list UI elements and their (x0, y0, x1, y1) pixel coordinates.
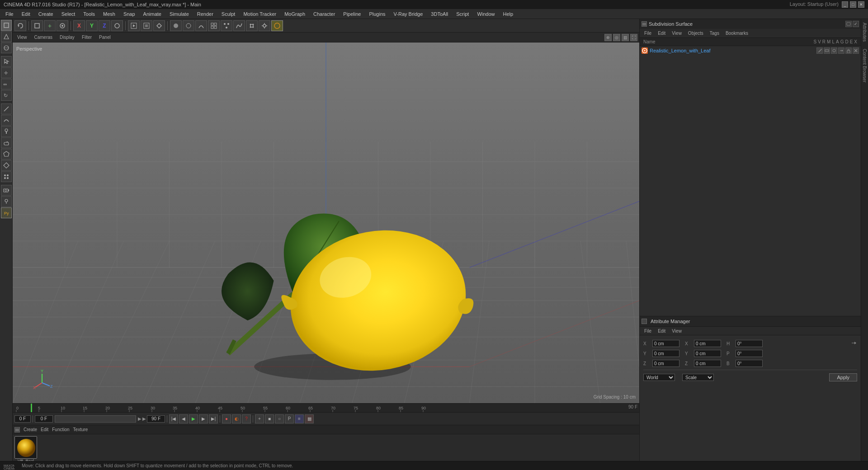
am-scale-dropdown[interactable]: Scale (682, 374, 714, 381)
paint-tool-button[interactable] (1, 126, 12, 137)
model-mode-button[interactable] (1, 20, 12, 31)
end-frame-input[interactable] (147, 415, 165, 423)
om-edit-menu[interactable]: Edit (655, 30, 668, 36)
am-file-menu[interactable]: File (642, 328, 654, 334)
om-bookmarks-menu[interactable]: Bookmarks (723, 30, 751, 36)
am-x-input[interactable] (652, 340, 679, 347)
rotate-tool-button[interactable]: ↻ (1, 90, 12, 101)
y-axis-button[interactable]: Y (86, 20, 98, 31)
am-z2-input[interactable] (694, 360, 721, 367)
prev-frame-button[interactable]: ◀ (179, 414, 188, 423)
am-view-menu[interactable]: View (669, 328, 684, 334)
om-lock-icon[interactable] (845, 47, 852, 54)
am-y2-input[interactable] (694, 350, 721, 357)
scale-tool-button[interactable]: ⇔ (1, 79, 12, 89)
view-menu[interactable]: View (14, 34, 30, 40)
om-edit-icon[interactable] (816, 47, 823, 54)
am-x2-input[interactable] (694, 340, 721, 347)
am-h-input[interactable] (736, 340, 763, 347)
edge-tool-button[interactable] (1, 160, 12, 171)
om-file-menu[interactable]: File (642, 30, 654, 36)
add-sphere-button[interactable]: + (44, 20, 56, 31)
menu-mograph[interactable]: MoGraph (281, 10, 309, 18)
menu-3dtoall[interactable]: 3DToAll (427, 10, 452, 18)
move-tool-button[interactable]: ✛ (1, 67, 12, 78)
display-menu[interactable]: Display (57, 34, 77, 40)
select-tool-button[interactable] (1, 56, 12, 67)
viewport-maximize-icon[interactable]: ⛶ (630, 34, 637, 41)
menu-help[interactable]: Help (500, 10, 517, 18)
shading-button[interactable] (170, 20, 182, 31)
config-button[interactable] (259, 20, 270, 31)
menu-script[interactable]: Script (453, 10, 472, 18)
sculpt-tool-button[interactable] (1, 137, 12, 148)
point-tool-button[interactable] (1, 171, 12, 182)
material-item[interactable]: VR_Real (14, 436, 37, 463)
mesh-mode-button[interactable] (1, 31, 12, 42)
apply-button[interactable]: Apply (829, 373, 857, 381)
om-render-icon[interactable] (831, 47, 837, 54)
render-all-button[interactable] (153, 20, 165, 31)
motion-path-button[interactable]: P (285, 414, 294, 423)
camera-tool-button[interactable] (1, 185, 12, 196)
del-keyframe-button[interactable]: ■ (265, 414, 274, 423)
maximize-button[interactable]: □ (850, 1, 856, 8)
om-check-button[interactable]: ✓ (853, 21, 859, 27)
am-menu-icon[interactable] (642, 319, 647, 324)
timeline-mode-button[interactable]: ≡ (295, 414, 304, 423)
am-b-input[interactable] (736, 360, 763, 367)
menu-pipeline[interactable]: Pipeline (340, 10, 364, 18)
om-tags-menu[interactable]: Tags (707, 30, 722, 36)
x-axis-button[interactable]: X (73, 20, 85, 31)
menu-motion-tracker[interactable]: Motion Tracker (240, 10, 280, 18)
attributes-tab-label[interactable]: Attributes (861, 19, 868, 45)
render-region-button[interactable] (141, 20, 152, 31)
menu-tools[interactable]: Tools (80, 10, 99, 18)
add-cube-button[interactable] (31, 20, 43, 31)
om-object-name[interactable]: Realistic_Lemon_with_Leaf (650, 48, 711, 53)
am-z-input[interactable] (652, 360, 679, 367)
om-vis-icon[interactable] (824, 47, 830, 54)
om-x-icon[interactable] (853, 47, 859, 54)
python-tool-button[interactable]: Py (1, 207, 12, 218)
all-axis-button[interactable] (111, 20, 123, 31)
menu-file[interactable]: File (2, 10, 17, 18)
om-row-lemon[interactable]: Realistic_Lemon_with_Leaf (640, 46, 861, 55)
mat-texture-menu[interactable]: Texture (73, 427, 88, 432)
line-tool-button[interactable] (1, 103, 12, 114)
am-world-dropdown[interactable]: World Object (643, 374, 675, 381)
grid-button[interactable] (208, 20, 220, 31)
record-mode-button[interactable]: ◐ (232, 414, 241, 423)
panel-menu[interactable]: Panel (96, 34, 113, 40)
menu-select[interactable]: Select (58, 10, 79, 18)
goto-end-button[interactable]: ▶| (209, 414, 218, 423)
texture-mode-button[interactable] (1, 42, 12, 53)
viewport-lock-icon[interactable]: ⊕ (604, 34, 612, 41)
mat-edit-menu[interactable]: Edit (41, 427, 48, 432)
menu-plugins[interactable]: Plugins (365, 10, 389, 18)
om-objects-menu[interactable]: Objects (685, 30, 706, 36)
menu-edit[interactable]: Edit (18, 10, 34, 18)
mini-anim-button[interactable]: ▦ (305, 414, 314, 423)
menu-vray-bridge[interactable]: V-Ray Bridge (390, 10, 427, 18)
menu-simulate[interactable]: Simulate (166, 10, 193, 18)
menu-mesh[interactable]: Mesh (99, 10, 119, 18)
next-frame-button[interactable]: ▶ (199, 414, 208, 423)
play-button[interactable]: ▶ (189, 414, 198, 423)
z-axis-button[interactable]: Z (99, 20, 110, 31)
menu-snap[interactable]: Snap (120, 10, 139, 18)
viewport-layout-icon[interactable]: ▥ (622, 34, 629, 41)
spline-tool-button[interactable] (1, 115, 12, 126)
om-menu-icon[interactable] (642, 21, 647, 27)
content-browser-tab-label[interactable]: Content Browser (861, 45, 868, 86)
current-frame-display[interactable]: 0 F (14, 415, 31, 423)
add-keyframe-button[interactable]: + (255, 414, 264, 423)
particles-button[interactable] (221, 20, 232, 31)
am-p-input[interactable] (736, 350, 763, 357)
viewport-camera-icon[interactable]: ◎ (613, 34, 620, 41)
mat-create-menu[interactable]: Create (24, 427, 37, 432)
menu-sculpt[interactable]: Sculpt (218, 10, 239, 18)
autokey-button[interactable]: ? (242, 414, 251, 423)
om-view-button[interactable] (845, 21, 852, 27)
minimize-button[interactable]: _ (842, 1, 848, 8)
